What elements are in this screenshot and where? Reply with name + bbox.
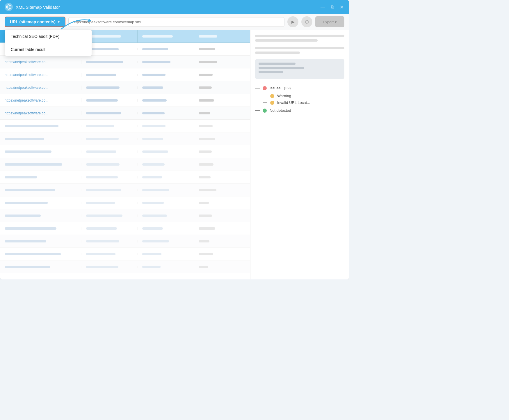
export-mode-button[interactable]: URL (sitemap contents) ▼	[5, 17, 65, 27]
td-col2-b2	[81, 138, 138, 140]
table-row[interactable]	[0, 184, 250, 196]
td-col4-4	[194, 86, 250, 89]
td-col3-1	[138, 48, 194, 50]
td-col4-b11	[194, 253, 250, 255]
td-col4-b5	[194, 176, 250, 178]
td-url-b10	[0, 240, 81, 242]
td-url-6: https://netpeaksoftware.co...	[0, 111, 81, 115]
td-col2-b3	[81, 150, 138, 153]
td-col2-b6	[81, 189, 138, 191]
legend-item-warning: Warning	[255, 93, 344, 99]
td-url-5: https://netpeaksoftware.co...	[0, 98, 81, 102]
td-col2-b10	[81, 240, 138, 242]
table-row[interactable]	[0, 158, 250, 171]
legend-dash-not-detected	[255, 110, 260, 111]
legend-item-invalid-url: Invalid URL Locat...	[255, 99, 344, 106]
td-col3-b9	[138, 227, 194, 230]
td-col2-b8	[81, 215, 138, 217]
table-row[interactable]: https://netpeaksoftware.co...	[0, 94, 250, 107]
td-col2-b11	[81, 253, 138, 255]
td-col3-b6	[138, 189, 194, 191]
table-row[interactable]	[0, 196, 250, 209]
play-button[interactable]: ▶	[287, 16, 298, 27]
table-row[interactable]: https://netpeaksoftware.co...	[0, 68, 250, 81]
td-url-3: https://netpeaksoftware.co...	[0, 73, 81, 77]
legend-label-invalid-url: Invalid URL Locat...	[277, 100, 310, 105]
th-col4-placeholder	[199, 35, 217, 38]
dropdown-item-table[interactable]: Current table result	[5, 43, 92, 56]
table-row[interactable]	[0, 132, 250, 145]
chart-placeholder-2	[259, 67, 304, 69]
minimize-button[interactable]: —	[320, 4, 326, 10]
td-url-b11	[0, 253, 81, 255]
dropdown-arrow-icon: ▼	[57, 20, 60, 24]
td-url-b4	[0, 163, 81, 166]
legend-section: Issues (39) Warning Invalid URL Locat...	[255, 84, 344, 115]
td-col3-6	[138, 112, 194, 114]
stop-button[interactable]	[301, 16, 312, 27]
td-col4-b4	[194, 163, 250, 166]
td-col4-b3	[194, 150, 250, 153]
dropdown-item-pdf[interactable]: Technical SEO audit (PDF)	[5, 30, 92, 43]
export-right-button[interactable]: Export ▾	[315, 16, 344, 27]
right-panel: Issues (39) Warning Invalid URL Locat...	[250, 30, 349, 279]
td-col4-2	[194, 61, 250, 63]
legend-dash-issues	[255, 88, 260, 88]
url-input[interactable]	[68, 17, 284, 27]
td-url-b12	[0, 266, 81, 268]
table-row[interactable]	[0, 145, 250, 158]
table-body: https://netpeaksoftware.co... https://ne…	[0, 43, 250, 279]
chart-placeholder-3	[259, 71, 283, 73]
panel-placeholder-3	[255, 47, 344, 49]
td-url-b2	[0, 138, 81, 140]
td-url-b9	[0, 227, 81, 230]
td-col4-b8	[194, 215, 250, 217]
td-col2-3	[81, 74, 138, 76]
maximize-button[interactable]: ⧉	[329, 4, 335, 10]
legend-item-issues: Issues (39)	[255, 84, 344, 93]
td-col2-b4	[81, 163, 138, 166]
td-col4-b2	[194, 138, 250, 140]
td-url-b7	[0, 202, 81, 204]
table-row[interactable]: https://netpeaksoftware.co...	[0, 107, 250, 120]
legend-item-not-detected: Not detected	[255, 106, 344, 115]
td-col4-b6	[194, 189, 250, 191]
td-col2-b9	[81, 227, 138, 230]
legend-label-issues: Issues	[270, 86, 281, 90]
table-row[interactable]	[0, 260, 250, 273]
td-col2-6	[81, 112, 138, 114]
td-col3-b12	[138, 266, 194, 268]
panel-placeholder-1	[255, 35, 344, 37]
td-col3-b4	[138, 163, 194, 166]
close-button[interactable]: ✕	[339, 4, 344, 10]
table-row[interactable]: https://netpeaksoftware.co...	[0, 56, 250, 68]
td-col2-b5	[81, 176, 138, 178]
play-icon: ▶	[291, 20, 295, 24]
table-row[interactable]	[0, 222, 250, 235]
td-col3-4	[138, 86, 194, 89]
td-col4-b9	[194, 227, 250, 230]
td-col4-6	[194, 112, 250, 114]
legend-label-warning: Warning	[277, 94, 291, 98]
stop-icon	[305, 20, 309, 24]
blurred-rows	[0, 120, 250, 273]
table-row[interactable]	[0, 171, 250, 184]
td-url-b5	[0, 176, 81, 178]
panel-placeholder-4	[255, 52, 300, 54]
td-col4-1	[194, 48, 250, 50]
td-col2-4	[81, 86, 138, 89]
td-url-2: https://netpeaksoftware.co...	[0, 60, 81, 64]
table-row[interactable]	[0, 235, 250, 248]
table-row[interactable]	[0, 248, 250, 260]
panel-placeholder-2	[255, 39, 318, 42]
table-area: https://netpeaksoftware.co... https://ne…	[0, 30, 250, 279]
td-col4-b10	[194, 240, 250, 242]
td-col3-b5	[138, 176, 194, 178]
window-controls: — ⧉ ✕	[320, 4, 344, 10]
table-row[interactable]	[0, 120, 250, 132]
td-col3-b8	[138, 215, 194, 217]
table-row[interactable]: https://netpeaksoftware.co...	[0, 81, 250, 94]
legend-dot-invalid-url	[270, 101, 274, 105]
table-row[interactable]	[0, 209, 250, 222]
app-logo	[5, 3, 13, 11]
